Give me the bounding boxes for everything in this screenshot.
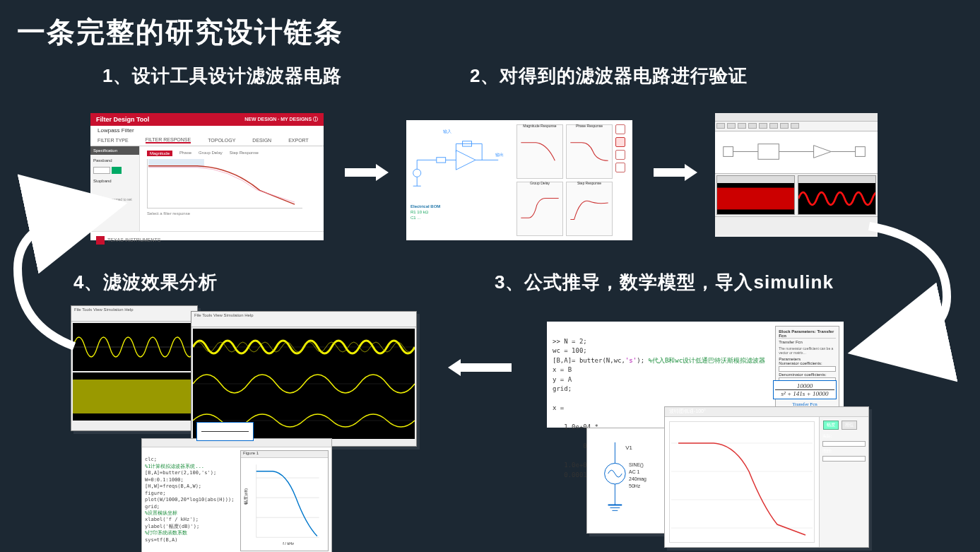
sim-canvas-icon [715,131,878,173]
svg-text:V1: V1 [625,445,632,451]
step-2b-figure [715,113,878,237]
scope-input [716,175,795,215]
svg-text:输入: 输入 [443,129,451,134]
s1-tabs: FILTER TYPE FILTER RESPONSE TOPOLOGY DES… [90,135,324,146]
s1-plot: Magnitude Phase Group Delay Step Respons… [140,146,324,231]
svg-text:f / kHz: f / kHz [283,542,294,546]
resp-side-buttons [615,124,628,236]
step-1-figure: Filter Design Tool NEW DESIGN · MY DESIG… [90,113,324,240]
svg-rect-23 [856,147,866,157]
svg-text:幅度(dB): 幅度(dB) [243,488,248,505]
s1-subtitle: Lowpass Filter [90,126,324,135]
step-1-title: 1、设计工具设计滤波器电路 [102,64,342,88]
step-3-title: 3、公式推导，数学模型，导入simulink [495,270,834,295]
svg-rect-4 [437,158,446,163]
s1-magnitude-curve [147,159,302,209]
svg-text:240mag: 240mag [629,476,647,482]
bode-magnitude-curve [669,421,815,543]
step-2a-figure: 输入 输出 Electrical BOM R1 10 kΩ C1 ... [406,120,632,240]
opamp-circuit-icon: 输入 输出 [411,124,508,202]
resp-phase: Phase Response [566,124,613,179]
matlab-editor: clc; %1计算模拟滤波器系统... [B,A]=butter(2,100,'… [142,447,237,552]
arrow-step2-to-step3 [855,212,975,353]
step-4a-figure-group: File Tools View Simulation Help File Too… [71,305,417,447]
transfer-fcn-block: 10000 s² + 141s + 10000 Transfer Fcn [773,380,837,399]
svg-rect-42 [73,380,196,413]
arrow-step4-to-step1 [7,205,106,353]
s1-app-actions: NEW DESIGN · MY DESIGNS ⓘ [244,116,318,123]
resp-magnitude: Magnitude Response [516,124,563,179]
svg-rect-19 [758,144,779,160]
step-4b-figure: clc; %1计算模拟滤波器系统... [B,A]=butter(2,100,'… [141,438,332,552]
svg-marker-6 [456,151,476,170]
s1-footer: TEXAS INSTRUMENTS [90,231,324,248]
svg-text:AC 1: AC 1 [629,469,639,474]
arrow-step3-to-step4 [448,359,512,376]
matlab-figure-window: Figure 1 f / kHz 幅度(dB) [240,450,329,551]
s1-app-title: Filter Design Tool [96,116,149,123]
svg-text:50Hz: 50Hz [629,483,641,488]
scope-output [798,175,876,215]
svg-rect-24 [717,188,794,210]
arrow-step1-to-step2 [345,164,389,181]
svg-text:输出: 输出 [495,153,504,157]
arrow-step2a-to-step2b [654,164,697,181]
resp-groupdelay: Group Delay [516,182,563,236]
svg-marker-21 [814,146,832,158]
tf-block-small: 10000 s² + 141s + 10000 [196,422,254,441]
svg-text:SINE(): SINE() [629,462,644,468]
step-2-title: 2、对得到的滤波器电路进行验证 [470,64,748,88]
step-3b-figure-group: V1 SINE() AC 1 240mag 50Hz 波特图低通-100° [586,406,876,552]
slide-title: 一条完整的研究设计链条 [17,13,343,52]
bode-plot-window: 波特图低通-100° 幅度 相位 实际: 理想: [664,406,869,548]
svg-rect-17 [724,147,733,157]
resp-step: Step Response [566,182,613,236]
svg-point-13 [413,169,421,177]
